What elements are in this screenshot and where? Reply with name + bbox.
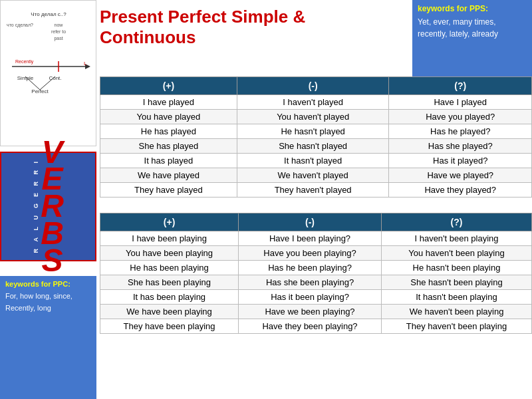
table-row: We have playedWe haven't playedHave we p… [100, 168, 532, 183]
table-cell: Has she played? [389, 139, 532, 154]
table-cell: Have you played? [389, 110, 532, 124]
page-title: Present Perfect Simple & Continuous [100, 7, 386, 48]
table-cell: He hasn't been playing [381, 261, 531, 275]
table-cell: Has he played? [389, 124, 532, 139]
table-cell: You have been playing [100, 246, 239, 261]
svg-text:now: now [54, 23, 63, 27]
table-cell: It has been playing [100, 290, 239, 305]
table-row: I have playedI haven't playedHave I play… [100, 95, 532, 110]
table-cell: Has it played? [389, 154, 532, 168]
table-cell: He has played [100, 124, 237, 139]
ppc-header-positive: (+) [100, 213, 239, 231]
table-cell: You have played [100, 110, 237, 124]
table-cell: They have played [100, 183, 237, 198]
table-cell: I haven't been playing [381, 231, 531, 246]
table-cell: She has been playing [100, 275, 239, 290]
table-cell: Have I been playing? [239, 231, 382, 246]
table-cell: They have been playing [100, 319, 239, 334]
pps-header-negative: (-) [237, 77, 389, 95]
table-cell: Have they been playing? [239, 319, 382, 334]
pps-table: (+) (-) (?) I have playedI haven't playe… [100, 76, 532, 198]
table-cell: We haven't been playing [381, 305, 531, 319]
table-cell: We have been playing [100, 305, 239, 319]
svg-text:L: L [84, 61, 87, 66]
table-cell: I have played [100, 95, 237, 110]
svg-text:Что делал с..?: Что делал с..? [31, 11, 66, 17]
svg-text:Recently: Recently [15, 59, 34, 65]
keywords-pps-label: keywords for PPS: [418, 4, 527, 13]
keywords-pps-content: Yet, ever, many times, recently, lately,… [418, 16, 527, 40]
keywords-ppc-content: For, how long, since, Recently, long [5, 291, 91, 314]
table-cell: She has played [100, 139, 237, 154]
table-cell: Has she been playing? [239, 275, 382, 290]
table-row: I have been playingHave I been playing?I… [100, 231, 532, 246]
timeline-diagram: Что делал с..? что сделал? now refer to … [0, 0, 96, 146]
table-cell: It has played [100, 154, 237, 168]
table-row: They have playedThey haven't playedHave … [100, 183, 532, 198]
table-cell: She hasn't played [237, 139, 389, 154]
table-cell: They haven't been playing [381, 319, 531, 334]
pps-header-positive: (+) [100, 77, 237, 95]
table-cell: It hasn't been playing [381, 290, 531, 305]
table-cell: We haven't played [237, 168, 389, 183]
table-cell: We have played [100, 168, 237, 183]
table-cell: He hasn't played [237, 124, 389, 139]
table-row: You have been playingHave you been playi… [100, 246, 532, 261]
table-cell: You haven't been playing [381, 246, 531, 261]
page-heading: Present Perfect Simple & Continuous [100, 7, 386, 48]
table-cell: Has it been playing? [239, 290, 382, 305]
table-row: It has been playingHas it been playing?I… [100, 290, 532, 305]
svg-text:что сделал?: что сделал? [7, 23, 33, 28]
table-cell: Have we been playing? [239, 305, 382, 319]
table-cell: They haven't played [237, 183, 389, 198]
keywords-ppc-panel: keywords for PPC: For, how long, since, … [0, 276, 96, 399]
table-cell: I have been playing [100, 231, 239, 246]
table-cell: You haven't played [237, 110, 389, 124]
table-cell: Have we played? [389, 168, 532, 183]
table-row: It has playedIt hasn't playedHas it play… [100, 154, 532, 168]
table-row: He has playedHe hasn't playedHas he play… [100, 124, 532, 139]
table-row: We have been playingHave we been playing… [100, 305, 532, 319]
table-cell: Have I played [389, 95, 532, 110]
table-row: She has playedShe hasn't playedHas she p… [100, 139, 532, 154]
ppc-tables-container: (+) (-) (?) I have been playingHave I be… [100, 213, 532, 399]
table-cell: She hasn't been playing [381, 275, 531, 290]
table-cell: Have you been playing? [239, 246, 382, 261]
svg-text:past: past [54, 36, 63, 41]
ppc-header-negative: (-) [239, 213, 382, 231]
verbs-panel: I R R E G U L A R V E R B S [0, 152, 96, 261]
table-cell: I haven't played [237, 95, 389, 110]
table-row: She has been playingHas she been playing… [100, 275, 532, 290]
table-row: They have been playingHave they been pla… [100, 319, 532, 334]
table-row: He has been playingHas he been playing?H… [100, 261, 532, 275]
table-cell: He has been playing [100, 261, 239, 275]
svg-text:Simple: Simple [17, 75, 33, 81]
ppc-header-question: (?) [381, 213, 531, 231]
keywords-ppc-label: keywords for PPC: [5, 280, 91, 288]
ppc-table: (+) (-) (?) I have been playingHave I be… [100, 213, 532, 334]
svg-text:refer to: refer to [51, 29, 65, 34]
table-row: You have playedYou haven't playedHave yo… [100, 110, 532, 124]
table-cell: It hasn't played [237, 154, 389, 168]
table-cell: Have they played? [389, 183, 532, 198]
pps-header-question: (?) [389, 77, 532, 95]
table-cell: Has he been playing? [239, 261, 382, 275]
